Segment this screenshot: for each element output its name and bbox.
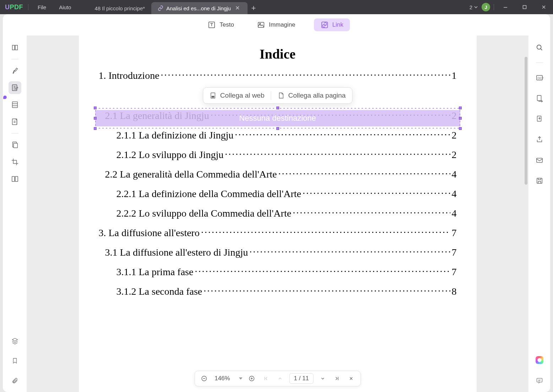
- toc-page-number: 2: [452, 149, 457, 160]
- sidebar-separator-2: [11, 133, 18, 134]
- logo-divider: [28, 4, 28, 10]
- selected-link-annotation[interactable]: Nessuna destinazione: [95, 107, 460, 130]
- menu-file[interactable]: File: [31, 4, 53, 10]
- first-page-button[interactable]: [261, 374, 271, 383]
- ocr-button[interactable]: OCR: [533, 71, 546, 84]
- toc-line[interactable]: 2.2.2 Lo sviluppo della Commedia dell'Ar…: [99, 205, 457, 220]
- resize-handle-n[interactable]: [276, 107, 279, 109]
- attachment-button[interactable]: [9, 374, 21, 387]
- tool-link-button[interactable]: Link: [314, 18, 350, 31]
- link-to-web-button[interactable]: Collega al web: [210, 92, 265, 99]
- prev-page-button[interactable]: [275, 374, 285, 383]
- svg-rect-20: [537, 96, 541, 101]
- menu-help[interactable]: Aiuto: [53, 4, 77, 10]
- page-title: Indice: [99, 46, 457, 62]
- zoom-value[interactable]: 146%: [213, 375, 234, 382]
- document-area[interactable]: Indice Collega al web Collega alla pagin…: [27, 36, 528, 392]
- ai-button[interactable]: [533, 354, 546, 366]
- current-page: 1: [294, 375, 297, 382]
- resize-handle-se[interactable]: [459, 127, 462, 130]
- app-logo: UPDF: [0, 4, 28, 11]
- resize-handle-s[interactable]: [276, 127, 279, 130]
- titlebar: UPDF File Aiuto 48 Il piccolo principe* …: [0, 0, 553, 14]
- tool-image-label: Immagine: [269, 21, 296, 28]
- zoom-in-button[interactable]: [246, 374, 256, 383]
- toc-page-number: 1: [452, 70, 457, 81]
- resize-handle-w[interactable]: [94, 117, 97, 120]
- save-button[interactable]: [533, 174, 546, 187]
- next-page-button[interactable]: [318, 374, 328, 383]
- close-pager-button[interactable]: [346, 374, 356, 383]
- toc-line[interactable]: 2.1.2 Lo sviluppo di Jingju2: [99, 147, 457, 162]
- svg-rect-3: [258, 22, 264, 28]
- tool-image-button[interactable]: Immagine: [253, 18, 300, 31]
- toc-page-number: 8: [452, 286, 457, 297]
- svg-rect-10: [13, 143, 17, 148]
- resize-handle-sw[interactable]: [94, 127, 97, 130]
- tab-add-button[interactable]: +: [248, 2, 260, 14]
- reader-mode-button[interactable]: [9, 41, 21, 54]
- resize-handle-e[interactable]: [459, 117, 462, 120]
- toc-line[interactable]: 3.1.1 La prima fase7: [99, 264, 457, 279]
- svg-rect-14: [212, 96, 214, 97]
- svg-rect-11: [12, 176, 14, 182]
- toc-leader-dots: [278, 168, 450, 178]
- tab-0[interactable]: 48 Il piccolo principe*: [88, 2, 151, 14]
- tab-close-icon[interactable]: ✕: [234, 5, 241, 12]
- link-to-page-button[interactable]: Collega alla pagina: [278, 92, 346, 99]
- chat-button[interactable]: [533, 374, 546, 387]
- toc-line[interactable]: 1. Introduzione1: [99, 67, 457, 83]
- toc-leader-dots: [249, 246, 450, 256]
- maximize-button[interactable]: [517, 0, 532, 14]
- svg-text:OCR: OCR: [537, 77, 543, 80]
- toc-line[interactable]: 3. La diffusione all'estero7: [99, 225, 457, 240]
- resize-handle-ne[interactable]: [459, 107, 462, 109]
- toc-label: 3.1.1 La prima fase: [116, 266, 194, 278]
- layers-button[interactable]: [9, 334, 21, 347]
- right-sidebar: OCR: [528, 36, 550, 392]
- email-button[interactable]: [533, 154, 546, 167]
- minimize-button[interactable]: [498, 0, 513, 14]
- tabs: 48 Il piccolo principe* Analisi ed es...…: [88, 0, 260, 14]
- window-counter[interactable]: 2: [470, 4, 478, 10]
- web-link-icon: [210, 92, 217, 99]
- last-page-button[interactable]: [332, 374, 342, 383]
- avatar[interactable]: J: [482, 3, 490, 11]
- toc-line[interactable]: 3.1 La diffusione all'estero di Jingju7: [99, 244, 457, 260]
- toc-line[interactable]: 2.2 La generalità della Commedia dell'Ar…: [99, 166, 457, 181]
- toc-page-number: 4: [452, 169, 457, 180]
- organize-pages-button[interactable]: [9, 98, 21, 111]
- convert-button[interactable]: [533, 92, 546, 105]
- sidebar-separator: [11, 59, 18, 59]
- edit-tool-button[interactable]: [9, 81, 21, 94]
- page: Indice Collega al web Collega alla pagin…: [79, 36, 477, 392]
- left-sidebar: [3, 36, 27, 392]
- toc-line[interactable]: 3.1.2 La seconda fase8: [99, 283, 457, 299]
- zoom-out-button[interactable]: [199, 374, 209, 383]
- crop-tool-button[interactable]: [9, 156, 21, 168]
- page-sep: /: [299, 375, 300, 382]
- vertical-scrollbar[interactable]: [525, 57, 527, 185]
- form-tool-button[interactable]: [9, 115, 21, 128]
- redact-tool-button[interactable]: [9, 138, 21, 151]
- share-button[interactable]: [533, 133, 546, 146]
- tab-1[interactable]: Analisi ed es...one di Jingju ✕: [151, 2, 248, 14]
- export-button[interactable]: [533, 113, 546, 125]
- close-button[interactable]: [536, 0, 552, 14]
- compare-tool-button[interactable]: [9, 173, 21, 185]
- toc-page-number: 7: [452, 227, 457, 239]
- page-indicator[interactable]: 1 / 11: [289, 373, 314, 384]
- toc-label: 3.1 La diffusione all'estero di Jingju: [105, 247, 248, 258]
- tool-text-button[interactable]: Testo: [203, 18, 238, 31]
- toc-line[interactable]: 2.2.1 La definizione della Commedia dell…: [99, 186, 457, 201]
- resize-handle-nw[interactable]: [94, 107, 97, 109]
- toc-leader-dots: [201, 226, 450, 236]
- bookmark-button[interactable]: [9, 354, 21, 367]
- search-button[interactable]: [533, 41, 546, 54]
- comment-tool-button[interactable]: [9, 64, 21, 77]
- zoom-dropdown-icon[interactable]: [239, 377, 242, 380]
- no-destination-label: Nessuna destinazione: [239, 114, 316, 123]
- toc-page-number: 7: [452, 247, 457, 258]
- main: Indice Collega al web Collega alla pagin…: [3, 36, 550, 392]
- svg-rect-22: [536, 158, 542, 163]
